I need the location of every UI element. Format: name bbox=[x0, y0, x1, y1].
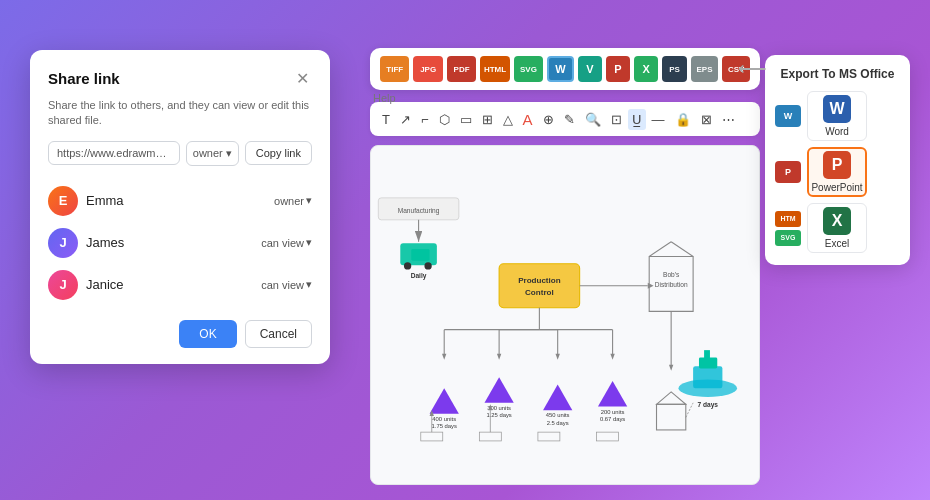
role-janice[interactable]: can view ▾ bbox=[261, 278, 312, 291]
export-excel-row[interactable]: HTM SVG X Excel bbox=[775, 203, 900, 253]
format-svg[interactable]: SVG bbox=[514, 56, 543, 82]
close-button[interactable]: ✕ bbox=[292, 68, 312, 88]
svg-rect-4 bbox=[411, 249, 429, 261]
svg-point-5 bbox=[404, 262, 411, 269]
svg-marker-17 bbox=[648, 283, 654, 289]
export-ppt-mini-icon: P bbox=[775, 161, 801, 183]
toolbar-lock-btn[interactable]: 🔒 bbox=[671, 109, 695, 130]
toolbar-frame-btn[interactable]: ⊡ bbox=[607, 109, 626, 130]
file-formats-bar: TIFF JPG PDF HTML SVG W V P X PS EPS CSV bbox=[370, 48, 760, 90]
toolbar-shape-btn[interactable]: ⬡ bbox=[435, 109, 454, 130]
toolbar-dash-btn[interactable]: — bbox=[648, 109, 669, 130]
svg-marker-38 bbox=[543, 385, 572, 411]
svg-marker-39 bbox=[598, 381, 627, 407]
export-excel-btn[interactable]: X Excel bbox=[807, 203, 867, 253]
svg-rect-48 bbox=[421, 432, 443, 441]
help-label: Help bbox=[373, 92, 396, 104]
svg-text:Production: Production bbox=[518, 276, 561, 285]
export-word-btn[interactable]: W Word bbox=[807, 91, 867, 141]
dialog-header: Share link ✕ bbox=[48, 68, 312, 88]
toolbar-table-btn[interactable]: ⊞ bbox=[478, 109, 497, 130]
diagram-canvas: Manufacturing Daily Production Control B… bbox=[370, 145, 760, 485]
toolbar-more-btn[interactable]: ⋯ bbox=[718, 109, 739, 130]
export-word-mini-icon: W bbox=[775, 105, 801, 127]
svg-text:Distribution: Distribution bbox=[655, 281, 688, 288]
svg-rect-50 bbox=[538, 432, 560, 441]
toolbar-crop-btn[interactable]: ⊠ bbox=[697, 109, 716, 130]
format-eps[interactable]: EPS bbox=[691, 56, 719, 82]
format-jpg[interactable]: JPG bbox=[413, 56, 442, 82]
svg-text:2.5 days: 2.5 days bbox=[547, 420, 569, 426]
export-word-row[interactable]: W W Word bbox=[775, 91, 900, 141]
svg-marker-36 bbox=[430, 388, 459, 414]
svg-text:Manufacturing: Manufacturing bbox=[398, 207, 440, 215]
user-row-emma: E Emma owner ▾ bbox=[48, 180, 312, 222]
svg-text:200 units: 200 units bbox=[601, 409, 625, 415]
svg-rect-58 bbox=[657, 404, 686, 430]
toolbar-rect-btn[interactable]: ▭ bbox=[456, 109, 476, 130]
avatar-james: J bbox=[48, 228, 78, 258]
excel-label: Excel bbox=[825, 238, 849, 249]
diagram-svg: Manufacturing Daily Production Control B… bbox=[371, 146, 759, 484]
svg-point-6 bbox=[424, 262, 431, 269]
avatar-janice: J bbox=[48, 270, 78, 300]
toolbar-zoom-btn[interactable]: 🔍 bbox=[581, 109, 605, 130]
format-visio[interactable]: V bbox=[578, 56, 602, 82]
ok-button[interactable]: OK bbox=[179, 320, 236, 348]
avatar-emma: E bbox=[48, 186, 78, 216]
copy-link-button[interactable]: Copy link bbox=[245, 141, 312, 165]
cancel-button[interactable]: Cancel bbox=[245, 320, 312, 348]
toolbar-corner-btn[interactable]: ⌐ bbox=[417, 109, 433, 130]
svg-marker-35 bbox=[610, 354, 614, 360]
svg-marker-57 bbox=[669, 365, 673, 371]
toolbar: T ↗ ⌐ ⬡ ▭ ⊞ △ A ⊕ ✎ 🔍 ⊡ U̲ — 🔒 ⊠ ⋯ bbox=[370, 102, 760, 136]
toolbar-text-btn[interactable]: T bbox=[378, 109, 394, 130]
svg-rect-8 bbox=[499, 264, 580, 308]
svg-text:7 days: 7 days bbox=[698, 401, 719, 409]
svg-line-60 bbox=[686, 403, 693, 418]
svg-text:Bob's: Bob's bbox=[663, 271, 680, 278]
format-html[interactable]: HTML bbox=[480, 56, 509, 82]
export-html-mini-icon: HTM bbox=[775, 211, 801, 227]
word-icon: W bbox=[823, 95, 851, 123]
format-ppt[interactable]: P bbox=[606, 56, 630, 82]
link-input[interactable]: https://www.edrawmax.com/online/fil bbox=[48, 141, 180, 165]
export-ppt-row[interactable]: P P PowerPoint bbox=[775, 147, 900, 197]
svg-text:Control: Control bbox=[525, 288, 554, 297]
role-emma[interactable]: owner ▾ bbox=[274, 194, 312, 207]
export-panel-title: Export To MS Office bbox=[775, 67, 900, 81]
role-james[interactable]: can view ▾ bbox=[261, 236, 312, 249]
toolbar-triangle-btn[interactable]: △ bbox=[499, 109, 517, 130]
export-ppt-btn[interactable]: P PowerPoint bbox=[807, 147, 867, 197]
ppt-icon: P bbox=[823, 151, 851, 179]
excel-icon: X bbox=[823, 207, 851, 235]
arrow-right-icon: ⟵ bbox=[738, 56, 767, 80]
link-row: https://www.edrawmax.com/online/fil owne… bbox=[48, 141, 312, 166]
user-row-janice: J Janice can view ▾ bbox=[48, 264, 312, 306]
format-pdf[interactable]: PDF bbox=[447, 56, 476, 82]
format-tiff[interactable]: TIFF bbox=[380, 56, 409, 82]
svg-text:Daily: Daily bbox=[411, 272, 427, 280]
toolbar-edit-btn[interactable]: ✎ bbox=[560, 109, 579, 130]
format-xls[interactable]: X bbox=[634, 56, 658, 82]
svg-text:0.67 days: 0.67 days bbox=[600, 416, 625, 422]
svg-rect-21 bbox=[704, 350, 710, 359]
svg-rect-20 bbox=[699, 357, 717, 368]
toolbar-underline-btn[interactable]: U̲ bbox=[628, 109, 646, 130]
svg-line-12 bbox=[649, 242, 671, 257]
export-panel: Export To MS Office W W Word P P PowerPo… bbox=[765, 55, 910, 265]
toolbar-link-btn[interactable]: ⊕ bbox=[539, 109, 558, 130]
svg-text:1.75 days: 1.75 days bbox=[432, 423, 457, 429]
format-ps[interactable]: PS bbox=[662, 56, 686, 82]
toolbar-arrow-btn[interactable]: ↗ bbox=[396, 109, 415, 130]
format-word[interactable]: W bbox=[547, 56, 574, 82]
svg-text:400 units: 400 units bbox=[432, 416, 456, 422]
owner-dropdown[interactable]: owner ▾ bbox=[186, 141, 239, 166]
user-name-emma: Emma bbox=[86, 193, 124, 208]
svg-marker-37 bbox=[484, 377, 513, 403]
ppt-label: PowerPoint bbox=[811, 182, 862, 193]
toolbar-fill-btn[interactable]: A bbox=[519, 108, 537, 131]
user-name-james: James bbox=[86, 235, 124, 250]
svg-line-13 bbox=[671, 242, 693, 257]
user-row-james: J James can view ▾ bbox=[48, 222, 312, 264]
